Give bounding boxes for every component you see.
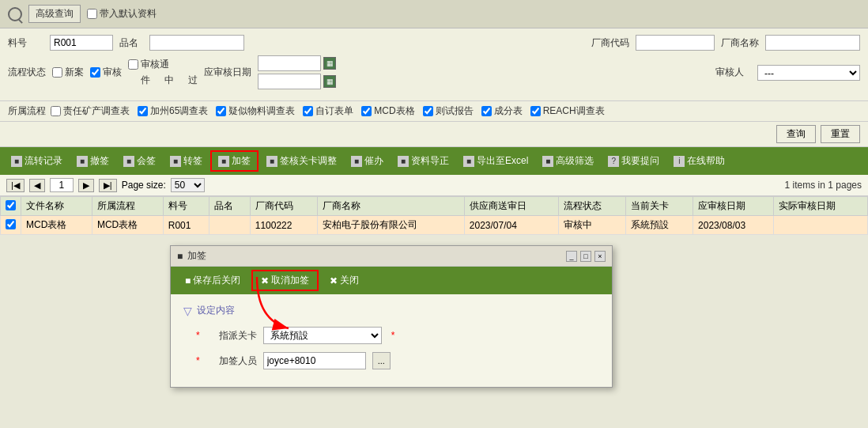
ca65-checkbox[interactable] [138, 106, 148, 116]
vendor-name-input[interactable] [765, 35, 860, 51]
reset-button[interactable]: 重置 [821, 125, 860, 143]
col-header-product-name: 品名 [209, 197, 251, 216]
export-excel-icon: ■ [463, 156, 474, 167]
toolbar-btn-question[interactable]: ? 我要提问 [602, 152, 666, 170]
process-test[interactable]: 则试报告 [423, 104, 474, 118]
question-icon: ? [608, 156, 619, 167]
cell-material-no: R001 [163, 216, 209, 235]
cell-submit-date: 2023/07/04 [464, 216, 558, 235]
col-header-approve-date: 应审核日期 [693, 197, 774, 216]
new-case-text: 新案 [65, 66, 84, 79]
material-no-input[interactable] [50, 35, 113, 51]
review-checkbox[interactable] [90, 67, 100, 78]
toolbar-btn-joint-sign[interactable]: ■ 会签 [117, 152, 162, 170]
row-checkbox-cell [1, 216, 21, 235]
date-from-input[interactable] [258, 55, 321, 71]
first-page-btn[interactable]: |◀ [6, 179, 25, 192]
vendor-name-label: 厂商名称 [721, 36, 759, 50]
process-composition[interactable]: 成分表 [481, 104, 523, 118]
popup-minimize-btn[interactable]: _ [566, 251, 577, 262]
add-sign-person-browse-btn[interactable]: ... [372, 352, 391, 369]
last-page-btn[interactable]: ▶| [99, 179, 117, 192]
reach-checkbox[interactable] [530, 106, 541, 116]
cell-process-state: 审核中 [558, 216, 625, 235]
toolbar-btn-add-sign[interactable]: ■ 加签 [210, 150, 259, 172]
process-mineral[interactable]: 责任矿产调查表 [51, 104, 130, 118]
add-sign-person-row: * 加签人员 ... [183, 352, 599, 369]
middle-text: 件 [141, 74, 150, 87]
col-header-file-name: 文件名称 [21, 197, 92, 216]
assign-node-select[interactable]: 系統預設 [263, 327, 382, 344]
test-checkbox[interactable] [423, 106, 433, 116]
top-search-bar: 高级查询 带入默认资料 [0, 0, 868, 28]
toolbar-btn-export-excel[interactable]: ■ 导出至Excel [457, 152, 534, 170]
toolbar-btn-remind[interactable]: ■ 催办 [345, 152, 390, 170]
review-pass-checkbox[interactable] [128, 59, 138, 70]
reviewer-select[interactable]: --- [757, 65, 860, 81]
col-header-process-state: 流程状态 [558, 197, 625, 216]
pagination-bar: |◀ ◀ ▶ ▶| Page size: 50 100 200 1 items … [0, 175, 868, 196]
process-ca65[interactable]: 加州65调查表 [138, 104, 208, 118]
process-custom[interactable]: 自订表单 [303, 104, 353, 118]
query-button[interactable]: 查询 [776, 125, 816, 143]
transfer-record-icon: ■ [11, 156, 22, 167]
new-case-checkbox[interactable] [52, 67, 62, 78]
mineral-checkbox[interactable] [51, 106, 61, 116]
process-reach[interactable]: REACH调查表 [530, 104, 605, 118]
adv-search-button[interactable]: 高级查询 [28, 5, 81, 23]
process-mcd[interactable]: MCD表格 [361, 104, 414, 118]
cell-actual-date [774, 216, 868, 235]
next-page-btn[interactable]: ▶ [78, 179, 94, 192]
review-label[interactable]: 审核 [90, 66, 122, 79]
with-default-checkbox[interactable] [87, 9, 97, 19]
save-close-icon: ■ [185, 275, 191, 286]
page-size-select[interactable]: 50 100 200 [171, 178, 205, 192]
reviewer-label: 审核人 [715, 66, 751, 79]
toolbar-btn-transfer-sign[interactable]: ■ 转签 [164, 152, 209, 170]
popup-toolbar: ■ 保存后关闭 ✖ 取消加签 ✖ 关闭 [171, 267, 612, 294]
row-checkbox[interactable] [6, 219, 16, 229]
vendor-code-input[interactable] [636, 35, 715, 51]
popup-maximize-btn[interactable]: □ [580, 251, 591, 262]
popup-cancel-btn[interactable]: ✖ 取消加签 [251, 270, 319, 291]
prev-page-btn[interactable]: ◀ [29, 179, 45, 192]
popup-controls: _ □ × [566, 251, 606, 262]
select-all-checkbox[interactable] [6, 200, 16, 210]
transfer-sign-icon: ■ [170, 156, 181, 167]
table-row[interactable]: MCD表格 MCD表格 R001 1100222 安柏电子股份有限公司 2023… [1, 216, 868, 235]
new-case-label[interactable]: 新案 [52, 66, 84, 79]
section-expand-icon[interactable]: ▽ [183, 305, 192, 317]
toolbar-btn-help[interactable]: i 在线帮助 [667, 152, 731, 170]
toolbar-btn-node-adjust[interactable]: ■ 签核关卡调整 [260, 152, 343, 170]
cell-vendor-code: 1100222 [250, 216, 317, 235]
cal-from-icon[interactable]: ▦ [323, 57, 336, 70]
toolbar-btn-transfer-record[interactable]: ■ 流转记录 [5, 152, 69, 170]
process-checkboxes: 责任矿产调查表 加州65调查表 疑似物料调查表 自订表单 MCD表格 则试报告 … [51, 104, 605, 118]
approve-date-label: 应审核日期 [204, 66, 251, 79]
assign-node-req-indicator: * [391, 330, 395, 341]
page-number-input[interactable] [50, 178, 74, 192]
cal-to-icon[interactable]: ▦ [323, 75, 336, 88]
add-sign-person-input[interactable] [263, 352, 366, 369]
process-suspicious[interactable]: 疑似物料调查表 [216, 104, 295, 118]
process-state-label: 流程状态 [8, 66, 46, 79]
popup-close-toolbar-btn[interactable]: ✖ 关闭 [322, 271, 367, 290]
popup-save-close-btn[interactable]: ■ 保存后关闭 [177, 271, 248, 290]
toolbar-btn-adv-filter[interactable]: ■ 高级筛选 [536, 152, 600, 170]
mcd-checkbox[interactable] [361, 106, 372, 116]
date-to-row: ▦ [258, 74, 336, 89]
popup-close-btn[interactable]: × [594, 251, 606, 262]
date-to-input[interactable] [258, 74, 321, 89]
col-header-material-no: 料号 [163, 197, 209, 216]
custom-checkbox[interactable] [303, 106, 313, 116]
toolbar-btn-withdraw[interactable]: ■ 撤签 [70, 152, 115, 170]
toolbar-btn-data-correct[interactable]: ■ 资料导正 [391, 152, 455, 170]
product-name-input[interactable] [149, 35, 244, 51]
composition-checkbox[interactable] [481, 106, 492, 116]
form-row-2: 流程状态 新案 审核 审核通 件 中 过 应审核日期 ▦ [8, 55, 860, 89]
over-text: 过 [188, 74, 198, 87]
review-pass-label[interactable]: 审核通 件 中 过 [128, 58, 198, 87]
material-no-label: 料号 [8, 36, 43, 50]
with-default-checkbox-label[interactable]: 带入默认资料 [87, 7, 157, 21]
suspicious-checkbox[interactable] [216, 106, 226, 116]
